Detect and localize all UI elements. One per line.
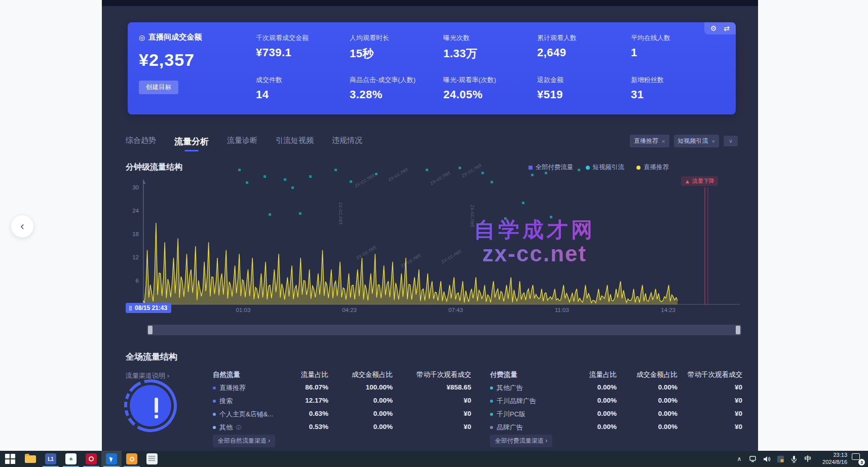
close-icon[interactable]: × <box>712 138 715 144</box>
tab-流量分析[interactable]: 流量分析 <box>174 136 209 151</box>
table-cell-value: ¥0 <box>677 383 742 393</box>
channel-label: 千川PC版 <box>497 410 525 419</box>
table-cell-value: 100.00% <box>328 383 393 393</box>
scatter-artifact <box>426 169 428 171</box>
table-col-header: 带动千次观看成交 <box>393 370 471 379</box>
tab-综合趋势[interactable]: 综合趋势 <box>126 136 156 151</box>
chevron-right-icon: › <box>167 372 169 379</box>
app-teal-icon[interactable]: ✦ <box>61 451 81 467</box>
notification-center[interactable]: 3 <box>852 453 865 464</box>
y-axis-arrow <box>143 179 146 184</box>
channel-dot <box>490 413 493 416</box>
network-icon[interactable] <box>748 454 758 463</box>
metric-value: 1 <box>631 46 725 59</box>
table-row-name[interactable]: 其他ⓘ <box>213 423 299 432</box>
tray-expand-icon[interactable]: ∧ <box>735 454 744 463</box>
table-row-name[interactable]: 品牌广告 <box>490 423 581 432</box>
volume-icon[interactable] <box>762 454 771 463</box>
table-row-name[interactable]: 千川品牌广告 <box>490 397 581 406</box>
app-orange-icon[interactable] <box>122 451 142 467</box>
filter-tag[interactable]: 直播推荐× <box>630 135 669 147</box>
minute-chart-title: 分钟级流量结构 <box>126 162 182 173</box>
filter-tag-label: 短视频引流 <box>678 137 708 145</box>
table-row-name[interactable]: 其他广告 <box>490 383 581 393</box>
legend-label: 短视频引流 <box>593 163 625 172</box>
kpi-metrics-grid: 千次观看成交金额¥739.1人均观看时长15秒曝光次数1.33万累计观看人数2,… <box>256 30 725 111</box>
table-cell-value: ¥0 <box>393 397 471 406</box>
table-row-name[interactable]: 搜索 <box>213 397 299 406</box>
y-tick-label: 6 <box>126 278 139 284</box>
x-tick-label: 11:03 <box>544 307 580 313</box>
legend-item[interactable]: 短视频引流 <box>586 163 625 172</box>
kpi-metric: 退款金额¥519 <box>537 72 631 111</box>
filter-dropdown-chevron-icon[interactable]: ∨ <box>724 136 738 146</box>
file-explorer-icon[interactable] <box>20 451 41 467</box>
back-button[interactable]: ‹ <box>11 215 33 238</box>
y-tick-label: 18 <box>126 231 139 237</box>
start-button[interactable] <box>0 451 20 467</box>
time-range-slider[interactable] <box>147 325 741 335</box>
traffic-alert-badge[interactable]: ▲ 流量下降 <box>681 176 718 186</box>
ime-indicator[interactable]: 中 <box>803 454 812 463</box>
filter-tag[interactable]: 短视频引流× <box>674 135 719 147</box>
watermark-small: zx-cc.net <box>460 162 482 178</box>
swap-icon[interactable]: ⇄ <box>724 24 730 32</box>
microphone-icon[interactable] <box>789 454 799 463</box>
channel-label: 搜索 <box>219 397 233 406</box>
legend-item[interactable]: 直播推荐 <box>636 163 669 172</box>
scatter-artifact <box>246 181 248 184</box>
table-row-name[interactable]: 直播推荐 <box>213 383 299 393</box>
table-row-name[interactable]: 千川PC版 <box>490 410 581 419</box>
system-tray: ∧ 中 23:13 2024/8/16 3 <box>735 451 865 467</box>
legend-item[interactable]: 全部付费流量 <box>529 163 574 172</box>
table-cell-value: ¥0 <box>677 410 742 419</box>
table-col-header: 流量占比 <box>299 370 328 379</box>
app-l1-icon[interactable]: L1 <box>41 451 61 467</box>
filter-tags: 直播推荐×短视频引流×∨ <box>630 135 738 147</box>
range-handle-left[interactable] <box>148 326 153 334</box>
tab-违规情况[interactable]: 违规情况 <box>332 136 362 151</box>
table-cell-value: 0.53% <box>299 423 328 432</box>
create-goal-button[interactable]: 创建目标 <box>139 81 178 94</box>
all-paid-channels-link[interactable]: 全部付费流量渠道 › <box>490 435 552 447</box>
x-axis-start-badge[interactable]: ⣿08/15 21:43 <box>126 303 171 313</box>
table-col-header: 带动千次观看成交 <box>677 370 742 379</box>
range-handle-right[interactable] <box>736 326 740 334</box>
scatter-artifact <box>291 186 294 189</box>
metric-label: 千次观看成交金额 <box>256 33 350 43</box>
channel-label: 其他广告 <box>497 383 523 393</box>
info-icon[interactable]: ⓘ <box>236 424 241 431</box>
tab-流量诊断[interactable]: 流量诊断 <box>227 136 257 151</box>
metric-value: 3.28% <box>350 88 443 101</box>
tab-引流短视频[interactable]: 引流短视频 <box>276 136 314 151</box>
close-icon[interactable]: × <box>662 138 665 144</box>
scatter-artifact <box>545 172 547 174</box>
scatter-artifact <box>238 169 241 171</box>
table-cell-value: 0.00% <box>617 397 677 406</box>
metric-value: 15秒 <box>350 46 443 61</box>
metric-value: 31 <box>631 88 725 101</box>
screen: ‹ ◎ 直播间成交金额 ¥2,357 创建目标 千次观看成交金额¥739.1人均… <box>0 0 868 467</box>
scatter-artifact <box>299 212 301 215</box>
all-natural-channels-link[interactable]: 全部自然流量渠道 › <box>213 435 275 447</box>
table-cell-value: 86.07% <box>299 383 328 393</box>
minute-traffic-chart[interactable] <box>143 178 740 305</box>
metric-label: 累计观看人数 <box>537 33 631 43</box>
app-browser-icon[interactable] <box>101 451 122 467</box>
scatter-artifact <box>263 175 266 178</box>
table-row-name[interactable]: 个人主页&店铺&... <box>213 410 299 419</box>
traffic-donut-chart[interactable] <box>124 379 177 433</box>
app-red-icon[interactable] <box>81 451 101 467</box>
target-icon: ◎ <box>139 34 145 41</box>
chart-legend: 全部付费流量短视频引流直播推荐 <box>529 163 669 172</box>
tray-app-icon[interactable] <box>776 454 785 463</box>
notepad-icon[interactable] <box>142 451 162 467</box>
filter-tag-label: 直播推荐 <box>634 137 658 145</box>
scatter-artifact <box>578 169 580 171</box>
table-col-header: 成交金额占比 <box>328 370 393 379</box>
table-cell-value: 12.17% <box>299 397 328 406</box>
gear-icon[interactable]: ⚙ <box>710 24 717 32</box>
windows-logo-icon <box>5 454 15 464</box>
scatter-artifact <box>490 181 493 183</box>
clock[interactable]: 23:13 2024/8/16 <box>817 452 847 466</box>
